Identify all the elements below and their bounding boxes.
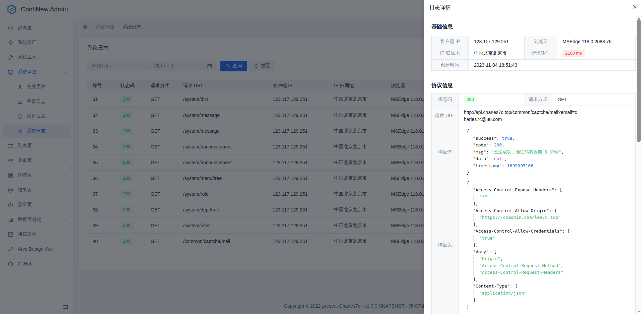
- desc-row: 响应头{"Access-Control-Expose-Headers": ["*…: [432, 178, 636, 312]
- desc-value: {"success": true,"code": 200,"msg": "发送成…: [459, 126, 636, 178]
- desc-label: 响应体: [432, 126, 459, 178]
- desc-row: 响应体{"success": true,"code": 200,"msg": "…: [432, 126, 636, 178]
- drawer-scrollbar[interactable]: [636, 16, 642, 314]
- desc-label: 请求 URL: [432, 106, 459, 126]
- desc-label: 请求耗时: [525, 47, 557, 60]
- drawer-body: 基础信息 客户端 IP123.117.129.251浏览器MSEdge 118.…: [424, 16, 644, 314]
- json-code-block: {"success": true,"code": 200,"msg": "发送成…: [467, 128, 630, 176]
- desc-value: MSEdge 118.0.2088.76: [557, 36, 636, 47]
- json-code-block: {"Access-Control-Expose-Headers": ["*"],…: [467, 180, 630, 311]
- desc-label: 请求体: [432, 312, 459, 314]
- protocol-info-table: 状态码200请求方式GET请求 URLhttp://api.charles7c.…: [431, 93, 636, 314]
- request-url-text: http://api.charles7c.top/common/captcha/…: [464, 108, 580, 124]
- desc-value: 123.117.129.251: [469, 36, 525, 47]
- scrollbar-thumb[interactable]: [637, 19, 641, 142]
- desc-value: 2023-11-04 18:51:43: [469, 60, 636, 71]
- desc-label: 响应头: [432, 178, 459, 312]
- desc-row: IP 归属地中国北京北京市请求耗时2160 ms: [432, 47, 636, 60]
- desc-label: 浏览器: [525, 36, 557, 47]
- desc-value: 200: [459, 93, 524, 106]
- desc-value: 2160 ms: [557, 47, 636, 60]
- log-detail-drawer: 日志详情 基础信息 客户端 IP123.117.129.251浏览器MSEdge…: [424, 0, 644, 314]
- desc-value: http://api.charles7c.top/common/captcha/…: [459, 106, 636, 126]
- elapsed-time-badge: 2160 ms: [562, 50, 585, 57]
- desc-row: 状态码200请求方式GET: [432, 93, 636, 106]
- desc-value: GET: [552, 93, 636, 106]
- desc-label: 状态码: [432, 93, 459, 106]
- desc-value: 无: [459, 312, 636, 314]
- desc-row: 客户端 IP123.117.129.251浏览器MSEdge 118.0.208…: [432, 36, 636, 47]
- protocol-info-section-title: 协议信息: [431, 82, 635, 89]
- close-icon[interactable]: [632, 4, 637, 9]
- desc-value: 中国北京北京市: [469, 47, 525, 60]
- desc-label: IP 归属地: [432, 47, 469, 60]
- basic-info-table: 客户端 IP123.117.129.251浏览器MSEdge 118.0.208…: [431, 36, 636, 71]
- desc-label: 请求方式: [524, 93, 552, 106]
- scrollbar-down-arrow[interactable]: [636, 309, 642, 314]
- desc-row: 请求 URLhttp://api.charles7c.top/common/ca…: [432, 106, 636, 126]
- status-badge: 200: [464, 96, 477, 103]
- desc-label: 创建时间: [432, 60, 469, 71]
- desc-label: 客户端 IP: [432, 36, 469, 47]
- drawer-header: 日志详情: [424, 0, 644, 16]
- drawer-title: 日志详情: [429, 4, 451, 11]
- desc-value: {"Access-Control-Expose-Headers": ["*"],…: [459, 178, 636, 312]
- desc-row: 请求体无: [432, 312, 636, 314]
- desc-row: 创建时间2023-11-04 18:51:43: [432, 60, 636, 71]
- basic-info-section-title: 基础信息: [431, 23, 635, 30]
- app-root: ContiNew Admin 仪表盘系统管理系统工具系统监控在线用户登录日志操作…: [0, 0, 644, 314]
